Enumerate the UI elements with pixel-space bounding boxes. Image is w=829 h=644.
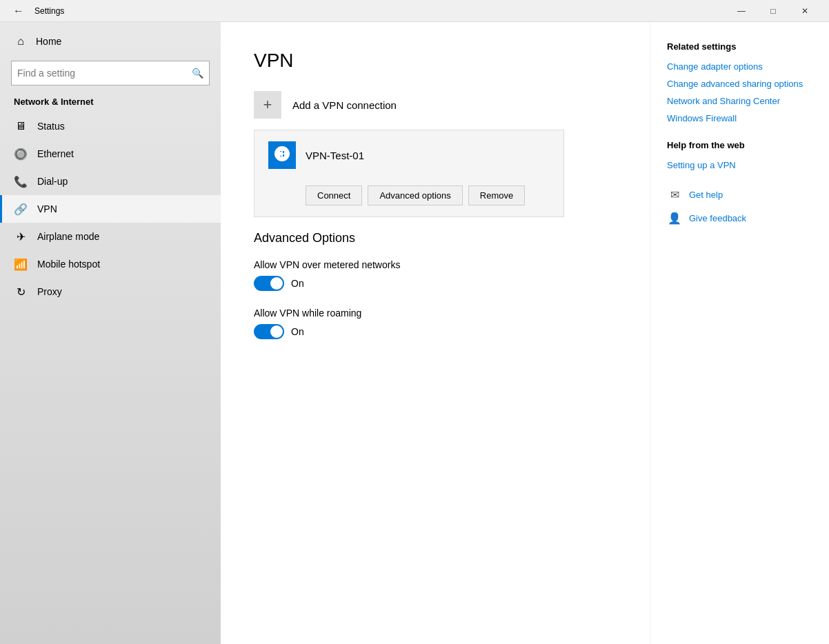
dialup-icon: 📞 xyxy=(14,174,28,188)
sidebar-item-ethernet[interactable]: 🔘 Ethernet xyxy=(0,140,221,168)
advanced-options-section: Advanced Options Allow VPN over metered … xyxy=(254,231,617,339)
link-sharing-center[interactable]: Network and Sharing Center xyxy=(667,96,812,106)
back-button[interactable]: ← xyxy=(8,1,29,21)
vpn-card: VPN-Test-01 Connect Advanced options Rem… xyxy=(254,130,564,217)
toggle-roaming-switch[interactable] xyxy=(254,324,284,339)
sidebar-section-label: Network & Internet xyxy=(0,94,221,112)
add-vpn-label: Add a VPN connection xyxy=(292,99,397,111)
search-icon: 🔍 xyxy=(192,68,203,79)
sidebar-item-vpn[interactable]: 🔗 VPN xyxy=(0,195,221,223)
ethernet-icon: 🔘 xyxy=(14,147,28,161)
titlebar-title: Settings xyxy=(34,6,726,16)
proxy-icon: ↻ xyxy=(14,285,28,299)
toggle-roaming-container: On xyxy=(254,324,617,339)
sidebar-item-status-label: Status xyxy=(37,121,65,132)
titlebar: ← Settings — □ ✕ xyxy=(0,0,829,22)
connect-button[interactable]: Connect xyxy=(306,185,362,205)
toggle-metered-container: On xyxy=(254,276,617,291)
advanced-options-heading: Advanced Options xyxy=(254,231,617,245)
sidebar-item-status[interactable]: 🖥 Status xyxy=(0,112,221,140)
sidebar-item-hotspot[interactable]: 📶 Mobile hotspot xyxy=(0,250,221,278)
advanced-options-button[interactable]: Advanced options xyxy=(368,185,462,205)
sidebar-item-ethernet-label: Ethernet xyxy=(37,148,74,159)
minimize-button[interactable]: — xyxy=(726,0,757,22)
toggle-roaming-label: Allow VPN while roaming xyxy=(254,308,617,319)
link-change-sharing[interactable]: Change advanced sharing options xyxy=(667,79,812,89)
sidebar-item-vpn-label: VPN xyxy=(37,203,57,214)
sidebar-home-label: Home xyxy=(36,36,61,47)
sidebar-item-home[interactable]: ⌂ Home xyxy=(0,28,221,55)
vpn-card-actions: Connect Advanced options Remove xyxy=(254,180,563,217)
get-help-icon: ✉ xyxy=(667,187,682,202)
sidebar-item-proxy-label: Proxy xyxy=(37,286,62,297)
toggle-metered-state: On xyxy=(291,278,304,289)
toggle-roaming-row: Allow VPN while roaming On xyxy=(254,308,617,339)
home-icon: ⌂ xyxy=(14,34,28,48)
titlebar-controls: — □ ✕ xyxy=(726,0,821,22)
toggle-metered-switch[interactable] xyxy=(254,276,284,291)
toggle-metered-label: Allow VPN over metered networks xyxy=(254,259,617,270)
close-button[interactable]: ✕ xyxy=(789,0,821,22)
give-feedback-icon: 👤 xyxy=(667,210,682,225)
sidebar-item-dialup[interactable]: 📞 Dial-up xyxy=(0,168,221,195)
add-vpn-icon: + xyxy=(254,91,281,119)
sidebar-item-airplane-label: Airplane mode xyxy=(37,231,99,242)
link-firewall[interactable]: Windows Firewall xyxy=(667,113,812,123)
sidebar-item-dialup-label: Dial-up xyxy=(37,176,68,187)
add-vpn-row[interactable]: + Add a VPN connection xyxy=(254,91,617,119)
airplane-icon: ✈ xyxy=(14,230,28,243)
sidebar-item-hotspot-label: Mobile hotspot xyxy=(37,259,100,270)
maximize-button[interactable]: □ xyxy=(757,0,789,22)
sidebar-item-proxy[interactable]: ↻ Proxy xyxy=(0,278,221,305)
vpn-card-icon-box xyxy=(268,141,296,169)
vpn-card-header: VPN-Test-01 xyxy=(254,130,563,180)
toggle-roaming-state: On xyxy=(291,326,304,337)
hotspot-icon: 📶 xyxy=(14,257,28,271)
vpn-icon: 🔗 xyxy=(14,202,28,216)
give-feedback-item[interactable]: 👤 Give feedback xyxy=(667,210,812,225)
get-help-item[interactable]: ✉ Get help xyxy=(667,187,812,202)
remove-button[interactable]: Remove xyxy=(468,185,525,205)
vpn-connection-name: VPN-Test-01 xyxy=(306,150,364,161)
main-content: VPN + Add a VPN connection VPN-Test xyxy=(221,22,650,644)
sidebar: ⌂ Home 🔍 Network & Internet 🖥 Status 🔘 E… xyxy=(0,22,221,644)
give-feedback-label: Give feedback xyxy=(689,213,746,223)
toggle-metered-row: Allow VPN over metered networks On xyxy=(254,259,617,291)
link-change-adapter[interactable]: Change adapter options xyxy=(667,61,812,72)
vpn-card-icon xyxy=(274,145,290,165)
related-settings-title: Related settings xyxy=(667,41,812,52)
search-input[interactable] xyxy=(17,68,192,79)
sidebar-item-airplane[interactable]: ✈ Airplane mode xyxy=(0,223,221,250)
search-box[interactable]: 🔍 xyxy=(11,61,210,85)
link-setting-up-vpn[interactable]: Setting up a VPN xyxy=(667,160,812,170)
right-panel: Related settings Change adapter options … xyxy=(650,22,829,644)
page-title: VPN xyxy=(254,50,617,72)
app-body: ⌂ Home 🔍 Network & Internet 🖥 Status 🔘 E… xyxy=(0,22,829,644)
get-help-label: Get help xyxy=(689,190,723,200)
help-section-title: Help from the web xyxy=(667,140,812,150)
status-icon: 🖥 xyxy=(14,119,28,133)
